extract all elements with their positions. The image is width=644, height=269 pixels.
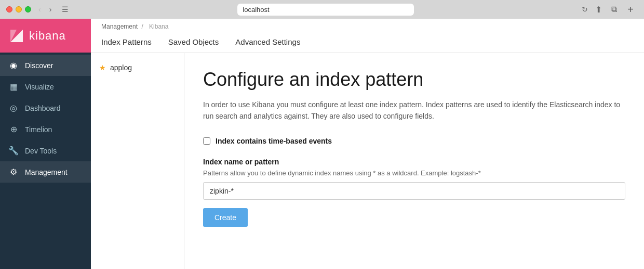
discover-icon: ◉	[8, 60, 19, 70]
timelion-icon: ⊕	[8, 124, 19, 134]
field-label: Index name or pattern	[203, 158, 625, 166]
breadcrumb-kibana: Kibana	[149, 23, 168, 30]
kibana-logo-text: kibana	[29, 29, 66, 43]
dashboard-icon: ◎	[8, 103, 19, 113]
address-bar-wrapper: localhost	[76, 4, 575, 16]
main-panel: Configure an index pattern In order to u…	[184, 53, 644, 269]
sidebar: kibana ◉ Discover ▦ Visualize ◎ Dashboar…	[0, 19, 91, 269]
tab-advanced-settings[interactable]: Advanced Settings	[235, 32, 311, 53]
top-nav: Management / Kibana Index Patterns Saved…	[91, 19, 644, 53]
sidebar-logo: kibana	[0, 19, 91, 53]
star-icon: ★	[99, 63, 106, 72]
reload-button[interactable]: ↻	[582, 5, 588, 14]
minimize-button[interactable]	[16, 6, 22, 12]
forward-button[interactable]: ›	[46, 4, 55, 15]
maximize-button[interactable]	[25, 6, 31, 12]
sidebar-item-discover[interactable]: ◉ Discover	[0, 55, 91, 76]
content-area: ★ applog Configure an index pattern In o…	[91, 53, 644, 269]
sidebar-item-timelion[interactable]: ⊕ Timelion	[0, 119, 91, 140]
kibana-logo-icon	[8, 28, 25, 44]
address-bar[interactable]: localhost	[237, 4, 414, 16]
traffic-lights	[6, 6, 31, 12]
sidebar-item-dev-tools[interactable]: 🔧 Dev Tools	[0, 140, 91, 161]
browser-chrome: ‹ › ☰ localhost ↻ ⬆ ⧉ +	[0, 0, 644, 19]
browser-titlebar: ‹ › ☰ localhost ↻ ⬆ ⧉ +	[0, 0, 644, 19]
time-based-checkbox[interactable]	[203, 137, 210, 145]
dev-tools-icon: 🔧	[8, 146, 19, 156]
breadcrumb-separator: /	[141, 23, 143, 30]
nav-buttons: ‹ ›	[35, 4, 55, 15]
url-text: localhost	[243, 6, 269, 14]
sidebar-item-visualize-label: Visualize	[25, 83, 54, 91]
toolbar-right: ⬆ ⧉ +	[592, 3, 638, 17]
back-button[interactable]: ‹	[35, 4, 44, 15]
app-layout: kibana ◉ Discover ▦ Visualize ◎ Dashboar…	[0, 19, 644, 269]
sidebar-item-dashboard[interactable]: ◎ Dashboard	[0, 97, 91, 119]
visualize-icon: ▦	[8, 82, 19, 92]
sidebar-nav: ◉ Discover ▦ Visualize ◎ Dashboard ⊕ Tim…	[0, 53, 91, 269]
checkbox-row: Index contains time-based events	[203, 137, 625, 145]
index-pattern-input[interactable]	[203, 182, 625, 200]
create-button[interactable]: Create	[203, 208, 248, 227]
page-title: Configure an index pattern	[203, 69, 625, 91]
management-icon: ⚙	[8, 167, 19, 177]
panel-item-applog[interactable]: ★ applog	[91, 58, 184, 77]
tab-saved-objects[interactable]: Saved Objects	[168, 32, 230, 53]
new-tab-button[interactable]: +	[623, 3, 638, 17]
nav-tabs: Index Patterns Saved Objects Advanced Se…	[101, 32, 634, 53]
page-description: In order to use Kibana you must configur…	[203, 99, 625, 122]
close-button[interactable]	[6, 6, 12, 12]
left-panel: ★ applog	[91, 53, 184, 269]
sidebar-toggle-button[interactable]: ☰	[59, 4, 72, 15]
sidebar-item-dev-tools-label: Dev Tools	[25, 147, 57, 155]
field-hint: Patterns allow you to define dynamic ind…	[203, 169, 625, 177]
panel-item-applog-label: applog	[110, 63, 132, 72]
sidebar-item-management[interactable]: ⚙ Management	[0, 161, 91, 183]
breadcrumb-management[interactable]: Management	[101, 23, 138, 30]
sidebar-item-dashboard-label: Dashboard	[25, 104, 61, 112]
tab-index-patterns[interactable]: Index Patterns	[101, 32, 162, 53]
sidebar-item-discover-label: Discover	[25, 61, 53, 70]
checkbox-label[interactable]: Index contains time-based events	[216, 137, 332, 145]
form-section: Index contains time-based events Index n…	[203, 137, 625, 227]
main-content: Management / Kibana Index Patterns Saved…	[91, 19, 644, 269]
sidebar-item-visualize[interactable]: ▦ Visualize	[0, 76, 91, 97]
breadcrumb: Management / Kibana	[101, 19, 634, 32]
new-window-button[interactable]: ⧉	[608, 3, 620, 17]
share-button[interactable]: ⬆	[592, 3, 605, 17]
sidebar-item-timelion-label: Timelion	[25, 125, 52, 134]
sidebar-item-management-label: Management	[25, 168, 68, 176]
